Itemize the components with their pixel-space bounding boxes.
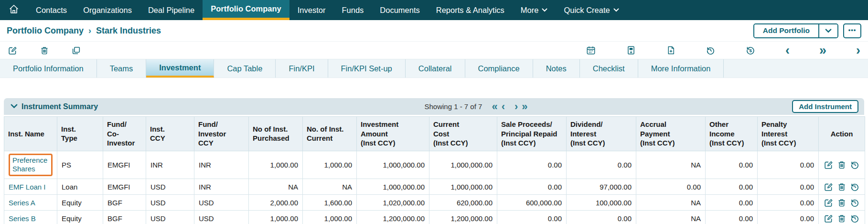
nav-item-more[interactable]: More — [513, 0, 556, 20]
table-cell: 0.00 — [567, 211, 636, 224]
row-actions — [823, 198, 860, 207]
tab-fin-kpi-set-up[interactable]: Fin/KPI Set-up — [328, 59, 406, 78]
first-page-icon[interactable]: « — [490, 102, 499, 111]
add-portfolio-dropdown-button[interactable] — [818, 24, 837, 37]
duplicate-button[interactable] — [71, 45, 81, 56]
table-cell: 1,020,000.00 — [357, 195, 429, 211]
table-cell: 0.00 — [497, 151, 567, 179]
breadcrumb-parent[interactable]: Portfolio Company — [7, 26, 84, 36]
column-header-no-of-inst: No. of Inst. Current — [303, 117, 357, 151]
next-page-icon[interactable]: › — [513, 102, 520, 111]
nav-item-reports-analytics[interactable]: Reports & Analytics — [428, 0, 513, 20]
table-cell: 1,000,000.00 — [429, 179, 497, 195]
tab-compliance[interactable]: Compliance — [465, 59, 533, 78]
table-cell: 0.00 — [758, 195, 819, 211]
table-cell: Equity — [57, 195, 103, 211]
nav-item-quick-create[interactable]: Quick Create — [556, 0, 627, 20]
tab-label: Compliance — [478, 64, 520, 73]
history-button[interactable] — [850, 198, 860, 207]
tab-teams[interactable]: Teams — [97, 59, 147, 78]
tab-collateral[interactable]: Collateral — [406, 59, 465, 78]
edit-button[interactable] — [8, 45, 18, 56]
table-cell: BGF — [103, 195, 146, 211]
history-button[interactable] — [850, 213, 860, 223]
tab-label: Fin/KPI Set-up — [341, 64, 392, 73]
nav-item-organizations[interactable]: Organizations — [75, 0, 140, 20]
delete-icon — [40, 45, 49, 56]
nav-item-portfolio-company[interactable]: Portfolio Company — [203, 0, 289, 20]
form-board-button[interactable] — [626, 45, 636, 56]
chevron-right-icon: › — [856, 45, 860, 55]
nav-item-label: Organizations — [83, 6, 132, 15]
delete-button[interactable] — [837, 213, 847, 223]
column-header-sale-proceeds: Sale Proceeds/ Principal Repaid (Inst CC… — [497, 117, 567, 151]
nav-item-deal-pipeline[interactable]: Deal Pipeline — [140, 0, 203, 20]
edit-button[interactable] — [824, 160, 834, 169]
add-portfolio-button[interactable]: Add Portfolio — [754, 24, 818, 37]
more-options-button[interactable]: ••• — [843, 23, 861, 38]
tab-cap-table[interactable]: Cap Table — [214, 59, 276, 78]
calendar-icon — [586, 45, 596, 56]
table-cell: 0.00 — [636, 179, 706, 195]
edit-button[interactable] — [824, 198, 834, 207]
currency-history-button[interactable]: $ — [745, 45, 756, 56]
instrument-name-link[interactable]: Series B — [9, 214, 36, 223]
nav-item-label: Investor — [298, 6, 326, 15]
nav-item-label: Contacts — [36, 6, 67, 15]
nav-item-contacts[interactable]: Contacts — [28, 0, 75, 20]
record-toolbar-left — [8, 45, 81, 56]
tab-checklist[interactable]: Checklist — [580, 59, 638, 78]
home-button[interactable] — [0, 0, 28, 20]
history-button[interactable] — [706, 45, 716, 56]
table-cell: NA — [303, 179, 357, 195]
chevron-down-icon — [613, 8, 619, 12]
table-cell: INR — [146, 151, 194, 179]
delete-button[interactable] — [40, 45, 49, 56]
delete-button[interactable] — [837, 198, 847, 207]
history-icon — [850, 182, 860, 192]
chevron-down-icon — [11, 103, 18, 110]
chevron-left-button[interactable]: ‹ — [785, 45, 790, 56]
tab-more-information[interactable]: More Information — [638, 59, 724, 78]
form-board-icon — [626, 45, 636, 56]
nav-item-investor[interactable]: Investor — [289, 0, 334, 20]
tab-notes[interactable]: Notes — [533, 59, 580, 78]
collapse-section-button[interactable] — [10, 103, 21, 110]
table-cell: 1,000.00 — [303, 151, 357, 179]
calendar-button[interactable] — [586, 45, 596, 56]
instrument-name-link[interactable]: EMF Loan I — [9, 183, 46, 191]
edit-icon — [824, 182, 834, 192]
edit-button[interactable] — [824, 182, 834, 191]
nav-item-label: Reports & Analytics — [436, 6, 504, 15]
instrument-name-link[interactable]: Preference Shares — [12, 156, 47, 173]
history-button[interactable] — [850, 182, 860, 191]
column-header-inst: Inst. Type — [57, 117, 103, 151]
instrument-name-link[interactable]: Series A — [9, 199, 35, 207]
record-toolbar-right: $‹»› — [586, 45, 860, 56]
history-button[interactable] — [850, 160, 860, 169]
tab-fin-kpi[interactable]: Fin/KPI — [276, 59, 328, 78]
nav-item-funds[interactable]: Funds — [333, 0, 372, 20]
edit-button[interactable] — [824, 213, 834, 223]
column-header-action: Action — [819, 117, 865, 151]
table-cell: USD — [194, 211, 249, 224]
last-page-icon[interactable]: » — [520, 102, 529, 111]
table-cell: NA — [249, 179, 303, 195]
add-document-button[interactable] — [666, 45, 676, 56]
delete-icon — [837, 160, 847, 170]
delete-button[interactable] — [837, 160, 847, 169]
nav-item-documents[interactable]: Documents — [372, 0, 428, 20]
tab-investment[interactable]: Investment — [146, 59, 214, 78]
tab-portfolio-information[interactable]: Portfolio Information — [0, 59, 97, 78]
column-header-fund: Fund/ Co- Investor — [103, 117, 146, 151]
prev-page-icon[interactable]: ‹ — [500, 102, 507, 111]
double-chevron-right-button[interactable]: » — [819, 45, 826, 56]
add-instrument-button[interactable]: Add Instrument — [792, 100, 858, 113]
double-chevron-right-icon: » — [819, 45, 826, 55]
chevron-right-button[interactable]: › — [856, 45, 860, 56]
tab-label: Portfolio Information — [13, 64, 84, 73]
delete-button[interactable] — [837, 182, 847, 191]
table-cell: 1,000.00 — [249, 211, 303, 224]
column-header-fund: Fund/ Investor CCY — [194, 117, 249, 151]
table-cell: 1,200,000.00 — [357, 211, 429, 224]
